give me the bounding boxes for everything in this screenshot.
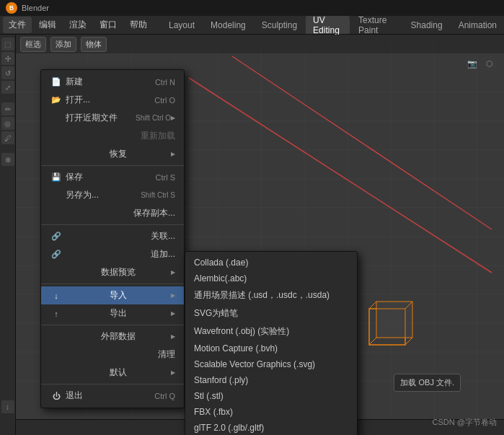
new-icon: 📄	[50, 77, 63, 87]
watermark: CSDN @字节卷动	[433, 417, 497, 428]
add-button[interactable]: 添加	[50, 37, 76, 52]
menu-defaults[interactable]: 默认	[41, 364, 184, 382]
menu-append-label: 追加...	[151, 248, 175, 260]
sep-1	[41, 165, 184, 166]
import-submenu: Collada (.dae) Alembic(.abc) 通用场景描述 (.us…	[185, 251, 358, 435]
import-bvh[interactable]: Motion Capture (.bvh)	[185, 340, 357, 356]
menu-save-as[interactable]: 另存为... Shift Ctrl S	[41, 186, 184, 204]
menu-new[interactable]: 📄 新建 Ctrl N	[41, 73, 184, 91]
menu-quit[interactable]: ⏻ 退出 Ctrl Q	[41, 387, 184, 405]
menu-open-recent-shortcut: Shift Ctrl O	[136, 114, 171, 122]
sidebar-tool-5[interactable]: ✏	[1, 102, 14, 115]
viewport-toolbar: 框选 添加 物体	[16, 35, 504, 53]
menu-save-as-shortcut: Shift Ctrl S	[141, 191, 175, 199]
svg-line-27	[369, 302, 376, 309]
menu-defaults-label: 默认	[110, 366, 127, 379]
file-menu-group: 文件 编辑 渲染 窗口 帮助	[0, 17, 156, 33]
quit-icon: ⏻	[50, 392, 63, 400]
nav-icon-camera[interactable]: 📷	[465, 56, 479, 71]
menu-save-as-label: 另存为...	[66, 189, 99, 201]
menu-data-preview[interactable]: 数据预览	[41, 263, 184, 281]
svg-line-24	[189, 78, 492, 273]
append-icon: 🔗	[50, 250, 63, 259]
menu-new-label: 新建	[66, 76, 83, 88]
sep-4	[41, 325, 184, 325]
sep-2	[41, 224, 184, 225]
import-alembic[interactable]: Alembic(.abc)	[185, 271, 357, 286]
import-collada[interactable]: Collada (.dae)	[185, 255, 357, 271]
file-dropdown-menu: 📄 新建 Ctrl N 📂 打开... Ctrl O 打开近期文件 Shift …	[40, 69, 185, 408]
watermark-text: CSDN @字节卷动	[433, 418, 497, 426]
sidebar-tool-3[interactable]: ↺	[1, 66, 14, 79]
save-icon: 💾	[50, 172, 63, 182]
menu-import-label: 导入	[110, 289, 127, 302]
menu-edit[interactable]: 编辑	[33, 17, 62, 33]
menu-link[interactable]: 🔗 关联...	[41, 227, 184, 245]
sidebar-tool-8[interactable]: ⊕	[1, 153, 14, 166]
tab-modeling[interactable]: Modeling	[203, 16, 253, 34]
import-svg-grease[interactable]: SVG为蜡笔	[185, 304, 357, 322]
menu-export[interactable]: ↑ 导出	[41, 304, 184, 322]
object-button[interactable]: 物体	[81, 37, 107, 52]
viewport-nav-icons: 📷 ⬡	[465, 56, 497, 71]
menu-revert[interactable]: 恢复	[41, 145, 184, 163]
tab-sculpting[interactable]: Sculpting	[255, 16, 304, 34]
menu-open-shortcut: Ctrl O	[154, 96, 175, 105]
menu-append[interactable]: 🔗 追加...	[41, 245, 184, 263]
title-bar: B Blender	[0, 0, 504, 16]
import-stl[interactable]: Stl (.stl)	[185, 388, 357, 404]
menu-quit-label: 退出	[66, 390, 83, 402]
nav-icon-render[interactable]: ⬡	[482, 56, 497, 71]
menu-external-data[interactable]: 外部数据	[41, 328, 184, 346]
menu-open-recent[interactable]: 打开近期文件 Shift Ctrl O	[41, 109, 184, 127]
import-usd[interactable]: 通用场景描述 (.usd，.usdc，.usda)	[185, 286, 357, 304]
menu-export-label: 导出	[110, 307, 127, 320]
import-svg[interactable]: Scalable Vector Graphics (.svg)	[185, 356, 357, 372]
top-menu-bar: 文件 编辑 渲染 窗口 帮助 Layout Modeling Sculpting…	[0, 16, 504, 35]
menu-save-copy[interactable]: 保存副本...	[41, 204, 184, 222]
svg-line-30	[405, 338, 412, 345]
menu-quit-shortcut: Ctrl Q	[154, 392, 175, 400]
sidebar-tool-7[interactable]: 🖊	[1, 131, 14, 144]
menu-save[interactable]: 💾 保存 Ctrl S	[41, 168, 184, 186]
sidebar-tool-6[interactable]: ◎	[1, 117, 14, 130]
import-wavefront-exp[interactable]: Wavefront (.obj) (实验性)	[185, 322, 357, 340]
menu-link-label: 关联...	[151, 230, 175, 242]
menu-file[interactable]: 文件	[3, 17, 32, 33]
import-ply[interactable]: Stanford (.ply)	[185, 372, 357, 388]
sidebar-tool-9[interactable]: ↕	[1, 400, 14, 413]
import-fbx[interactable]: FBX (.fbx)	[185, 404, 357, 420]
sidebar-tool-1[interactable]: ⬚	[1, 38, 14, 50]
menu-help[interactable]: 帮助	[124, 17, 153, 33]
sidebar-tool-4[interactable]: ⤢	[1, 81, 14, 94]
left-sidebar: ⬚ ✢ ↺ ⤢ ✏ ◎ 🖊 ⊕ ↕	[0, 35, 16, 435]
link-icon: 🔗	[50, 232, 63, 241]
menu-open-label: 打开...	[66, 94, 90, 106]
menu-clean[interactable]: 清理	[41, 346, 184, 364]
sep-5	[41, 384, 184, 385]
menu-render[interactable]: 渲染	[63, 17, 92, 33]
sidebar-tool-2[interactable]: ✢	[1, 52, 14, 65]
menu-save-shortcut: Ctrl S	[156, 173, 176, 182]
sep-3	[41, 284, 184, 284]
menu-data-preview-label: 数据预览	[101, 266, 136, 278]
tab-shading[interactable]: Shading	[404, 16, 450, 34]
menu-reload-label: 重新加载	[141, 130, 175, 142]
tab-texture-paint[interactable]: Texture Paint	[351, 16, 402, 34]
import-gltf[interactable]: glTF 2.0 (.glb/.gltf)	[185, 420, 357, 435]
menu-open-recent-label: 打开近期文件	[66, 112, 118, 124]
menu-clean-label: 清理	[158, 348, 175, 361]
tab-animation[interactable]: Animation	[451, 16, 504, 34]
tab-uv-editing[interactable]: UV Editing	[306, 16, 350, 34]
menu-external-data-label: 外部数据	[101, 330, 136, 343]
menu-save-label: 保存	[66, 171, 83, 183]
tab-layout[interactable]: Layout	[162, 16, 202, 34]
menu-open[interactable]: 📂 打开... Ctrl O	[41, 91, 184, 109]
select-button[interactable]: 框选	[20, 37, 46, 52]
menu-import[interactable]: ↓ 导入	[41, 286, 184, 304]
viewport-3d[interactable]: 框选 添加 物体 📷 ⬡ 📄 新建 Ctrl N 📂 打开... Ctrl O	[16, 35, 504, 435]
menu-revert-label: 恢复	[110, 148, 127, 160]
menu-save-copy-label: 保存副本...	[133, 207, 175, 219]
svg-text:B: B	[9, 4, 14, 12]
menu-window[interactable]: 窗口	[94, 17, 123, 33]
